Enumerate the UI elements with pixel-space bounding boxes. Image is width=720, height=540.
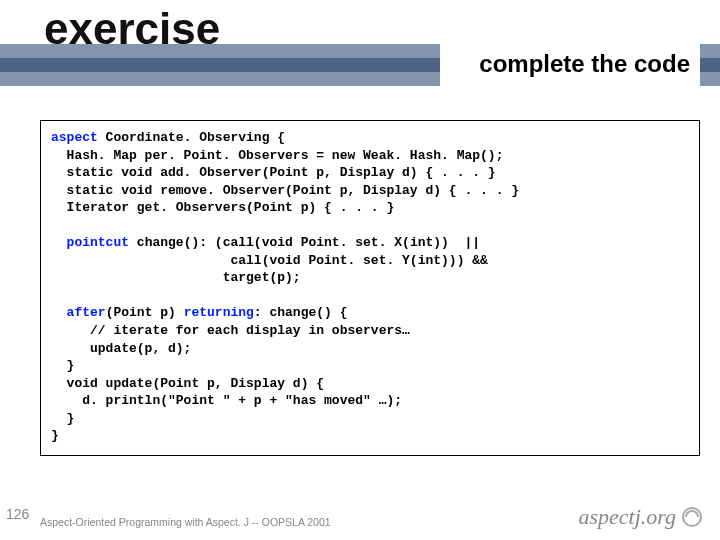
code-line-11b: : change() { (254, 305, 348, 320)
keyword-after: after (67, 305, 106, 320)
code-line-12: // iterate for each display in observers… (51, 323, 410, 338)
code-line-4: static void remove. Observer(Point p, Di… (51, 183, 519, 198)
aspectj-logo: aspectj.org (578, 504, 704, 530)
code-line-11a: (Point p) (106, 305, 184, 320)
slide-title: exercise (44, 4, 220, 54)
code-line-1: Coordinate. Observing { (98, 130, 285, 145)
title-bar: exercise complete the code (0, 0, 720, 90)
code-line-14: } (51, 358, 74, 373)
code-line-16: d. println("Point " + p + "has moved" …)… (51, 393, 402, 408)
code-line-15: void update(Point p, Display d) { (51, 376, 324, 391)
code-line-13: update(p, d); (51, 341, 191, 356)
code-line-2: Hash. Map per. Point. Observers = new We… (51, 148, 503, 163)
code-line-8: call(void Point. set. Y(int))) && (51, 253, 488, 268)
code-line-18: } (51, 428, 59, 443)
code-line-3: static void add. Observer(Point p, Displ… (51, 165, 496, 180)
code-box: aspect Coordinate. Observing { Hash. Map… (40, 120, 700, 456)
slide: exercise complete the code aspect Coordi… (0, 0, 720, 540)
keyword-pointcut: pointcut (67, 235, 129, 250)
logo-swirl-icon (680, 505, 704, 529)
slide-footer: Aspect-Oriented Programming with Aspect.… (40, 516, 331, 528)
code-line-7: change(): (call(void Point. set. X(int))… (129, 235, 480, 250)
logo-text: aspectj.org (578, 504, 676, 530)
keyword-aspect: aspect (51, 130, 98, 145)
keyword-returning: returning (184, 305, 254, 320)
slide-subtitle: complete the code (479, 50, 690, 78)
code-line-17: } (51, 411, 74, 426)
code-content: aspect Coordinate. Observing { Hash. Map… (51, 129, 689, 445)
code-line-9: target(p); (51, 270, 301, 285)
slide-number: 126 (6, 506, 29, 522)
code-line-5: Iterator get. Observers(Point p) { . . .… (51, 200, 394, 215)
